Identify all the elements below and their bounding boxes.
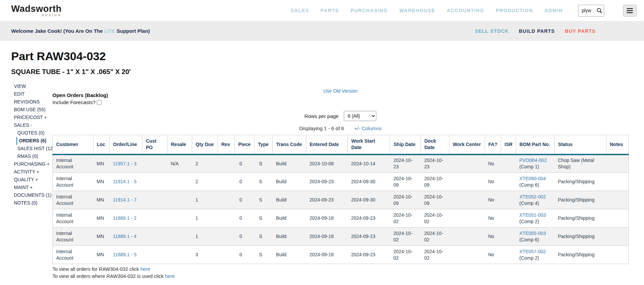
- columns-toggle-link[interactable]: +/- Columns: [354, 125, 382, 131]
- include-forecasts-row: Include Forecasts?: [52, 99, 628, 106]
- sidebar-item[interactable]: QUALITY +: [14, 176, 52, 184]
- column-header: Rev: [218, 135, 235, 155]
- cell-fa: No: [485, 191, 501, 209]
- nav-item[interactable]: PRODUCTION: [496, 8, 533, 13]
- bom-part-link[interactable]: XTE051-003: [519, 212, 546, 218]
- cell-fa: No: [485, 228, 501, 246]
- cell-notes: [606, 209, 629, 228]
- quick-action-link[interactable]: BUY PARTS: [565, 28, 596, 34]
- rows-per-page-select[interactable]: 6 (All): [344, 111, 376, 121]
- cell-trans-code: Build: [273, 191, 306, 209]
- cell-isr: [501, 246, 516, 264]
- cell-type: S: [254, 246, 273, 264]
- cell-qty-due: 2: [192, 155, 218, 173]
- cell-entered-date: 2024-10-08: [306, 155, 348, 173]
- sidebar-item[interactable]: PURCHASING +: [14, 160, 52, 168]
- page-subtitle: SQUARE TUBE - 1" X 1" X .065" X 20': [11, 68, 644, 76]
- cell-piece: 0: [235, 209, 254, 228]
- sidebar-item[interactable]: SALES -: [14, 121, 52, 129]
- footer-here-link[interactable]: here: [140, 266, 150, 272]
- sidebar-item[interactable]: REVISIONS: [14, 98, 52, 106]
- welcome-message: Welcome Jake Cook! (You Are On The LITE …: [11, 28, 150, 34]
- sidebar-item[interactable]: NOTES (0): [14, 199, 52, 207]
- cell-type: S: [254, 191, 273, 209]
- sidebar-item[interactable]: DOCUMENTS (1): [14, 191, 52, 199]
- order-line-link[interactable]: 11957.1 - 3: [113, 161, 137, 166]
- brand-logo[interactable]: Wadsworth DESIGN: [11, 4, 62, 17]
- cell-cust-po: [142, 228, 168, 246]
- sidebar-item[interactable]: RMAS (0): [17, 152, 52, 160]
- sidebar-item[interactable]: PRICE/COST +: [14, 114, 52, 121]
- cell-order-line: 11889.1 - 2: [110, 209, 142, 228]
- nav-item[interactable]: ACCOUNTING: [447, 8, 484, 13]
- sidebar-item[interactable]: SALES HIST (121): [17, 145, 52, 152]
- footer-text: To view all orders where RAW304-032 is u…: [52, 274, 163, 279]
- cell-trans-code: Build: [273, 155, 306, 173]
- cell-loc: MN: [93, 246, 110, 264]
- cell-type: S: [254, 155, 273, 173]
- cell-loc: MN: [93, 173, 110, 191]
- order-line-link[interactable]: 11914.1 - 5: [113, 179, 137, 184]
- include-forecasts-checkbox[interactable]: [97, 100, 102, 105]
- cell-notes: [606, 155, 629, 173]
- cell-qty-due: 3: [192, 246, 218, 264]
- quick-action-link[interactable]: SELL STOCK: [475, 28, 509, 34]
- cell-qty-due: 1: [192, 228, 218, 246]
- nav-links: SALESPARTSPURCHASINGWAREHOUSEACCOUNTINGP…: [291, 8, 563, 13]
- nav-item[interactable]: WAREHOUSE: [399, 8, 435, 13]
- cell-order-line: 11889.1 - 5: [110, 246, 142, 264]
- cell-trans-code: Build: [273, 173, 306, 191]
- displaying-text: Displaying 1 - 6 of 6: [299, 125, 344, 131]
- cell-notes: [606, 173, 629, 191]
- cell-loc: MN: [93, 155, 110, 173]
- cell-order-line: 11914.1 - 5: [110, 173, 142, 191]
- pagination-row: Displaying 1 - 6 of 6 +/- Columns: [52, 125, 628, 131]
- sidebar-item[interactable]: VIEW: [14, 82, 52, 90]
- bom-part-link[interactable]: XTE052-002: [519, 194, 546, 199]
- cell-resale: [168, 228, 192, 246]
- sidebar-item[interactable]: ACTIVITY +: [14, 168, 52, 176]
- nav-item[interactable]: SALES: [291, 8, 309, 13]
- plan-badge: LITE: [104, 28, 115, 34]
- table-body: Internal Account MN 11957.1 - 3 N/A 2 0 …: [53, 155, 629, 264]
- cell-trans-code: Build: [273, 246, 306, 264]
- cell-entered-date: 2024-09-18: [306, 209, 348, 228]
- rows-per-page-label: Rows per page: [305, 113, 339, 119]
- sidebar-item[interactable]: BOM USE (55): [14, 106, 52, 114]
- bom-comp-label: (Comp 6): [519, 237, 551, 243]
- cell-piece: 0: [235, 246, 254, 264]
- cell-ship-date: 2024-10-02: [390, 246, 421, 264]
- bom-part-link[interactable]: XTE060-004: [519, 176, 546, 181]
- nav-item[interactable]: PURCHASING: [351, 8, 388, 13]
- order-line-link[interactable]: 11889.1 - 4: [113, 234, 137, 239]
- cell-ship-date: 2024-10-09: [390, 191, 421, 209]
- order-line-link[interactable]: 11889.1 - 2: [113, 215, 137, 221]
- nav-item[interactable]: ADMIN: [545, 8, 563, 13]
- sidebar-item[interactable]: EDIT: [14, 90, 52, 98]
- column-header: Notes: [606, 135, 629, 155]
- bom-part-link[interactable]: XTE055-003: [519, 231, 546, 236]
- cell-bom-part: XTE057-002 (Comp 2): [516, 246, 555, 264]
- bom-part-link[interactable]: PVO064-002: [519, 158, 547, 163]
- sidebar-item[interactable]: QUOTES (0): [17, 129, 52, 137]
- cell-fa: No: [485, 155, 501, 173]
- footer-here-link[interactable]: here: [165, 274, 175, 279]
- cell-order-line: 11957.1 - 3: [110, 155, 142, 173]
- cell-customer: Internal Account: [53, 173, 93, 191]
- cell-ship-date: 2024-10-02: [390, 228, 421, 246]
- nav-item[interactable]: PARTS: [320, 8, 339, 13]
- quick-action-link[interactable]: BUILD PARTS: [519, 28, 555, 34]
- table-row: Internal Account MN 11914.1 - 7 1 0 S Bu…: [53, 191, 629, 209]
- bom-comp-label: (Comp 6): [519, 182, 551, 188]
- sidebar: VIEWEDITREVISIONSBOM USE (55)PRICE/COST …: [0, 82, 52, 280]
- menu-icon[interactable]: [623, 5, 637, 17]
- table-row: Internal Account MN 11914.1 - 5 2 0 S Bu…: [53, 173, 629, 191]
- use-old-version-link[interactable]: Use Old Version: [323, 88, 357, 94]
- order-line-link[interactable]: 11914.1 - 7: [113, 197, 137, 203]
- bom-part-link[interactable]: XTE057-002: [519, 249, 546, 254]
- sidebar-item[interactable]: MAINT +: [14, 184, 52, 191]
- order-line-link[interactable]: 11889.1 - 5: [113, 252, 137, 257]
- cell-order-line: 11889.1 - 4: [110, 228, 142, 246]
- search-icon: [597, 8, 602, 14]
- sidebar-item[interactable]: ORDERS (6): [16, 137, 52, 145]
